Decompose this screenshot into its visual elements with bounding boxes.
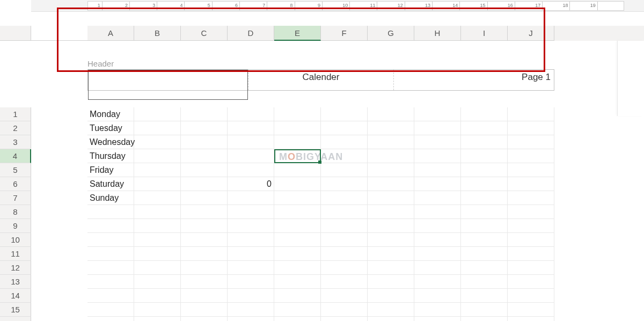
cell-E4[interactable] — [274, 149, 321, 163]
cell-J10[interactable] — [508, 233, 554, 247]
cell-B10[interactable] — [134, 233, 181, 247]
cell-D11[interactable] — [228, 247, 274, 261]
cell-J16[interactable] — [508, 317, 554, 321]
cell-A11[interactable] — [87, 247, 134, 261]
cell-D2[interactable] — [228, 121, 274, 135]
cell-G4[interactable] — [368, 149, 414, 163]
cell-G9[interactable] — [368, 219, 414, 233]
cell-J1[interactable] — [508, 107, 554, 121]
cell-G15[interactable] — [368, 303, 414, 317]
cell-D13[interactable] — [228, 275, 274, 289]
cell-D7[interactable] — [228, 191, 274, 205]
cell-B3[interactable] — [134, 135, 181, 149]
cell-G8[interactable] — [368, 205, 414, 219]
cell-C3[interactable] — [181, 135, 228, 149]
cell-F11[interactable] — [321, 247, 368, 261]
row-header-5[interactable]: 5 — [0, 163, 31, 177]
cell-J12[interactable] — [508, 261, 554, 275]
cell-I8[interactable] — [461, 205, 508, 219]
cell-E1[interactable] — [274, 107, 321, 121]
cell-B1[interactable] — [134, 107, 181, 121]
cell-I13[interactable] — [461, 275, 508, 289]
cell-F14[interactable] — [321, 289, 368, 303]
cell-H4[interactable] — [414, 149, 461, 163]
cell-H1[interactable] — [414, 107, 461, 121]
cell-B5[interactable] — [134, 163, 181, 177]
cell-F3[interactable] — [321, 135, 368, 149]
row-header-14[interactable]: 14 — [0, 289, 31, 303]
cell-I12[interactable] — [461, 261, 508, 275]
cell-E8[interactable] — [274, 205, 321, 219]
cell-G3[interactable] — [368, 135, 414, 149]
cell-A9[interactable] — [87, 219, 134, 233]
cell-J5[interactable] — [508, 163, 554, 177]
cell-I4[interactable] — [461, 149, 508, 163]
cell-A7[interactable]: Sunday — [87, 191, 134, 205]
cell-D8[interactable] — [228, 205, 274, 219]
cell-G5[interactable] — [368, 163, 414, 177]
cell-J11[interactable] — [508, 247, 554, 261]
row-header-12[interactable]: 12 — [0, 261, 31, 275]
cell-E11[interactable] — [274, 247, 321, 261]
cell-D15[interactable] — [228, 303, 274, 317]
cell-J4[interactable] — [508, 149, 554, 163]
cell-A6[interactable]: Saturday — [87, 177, 134, 191]
column-header-H[interactable]: H — [414, 26, 461, 41]
cell-A14[interactable] — [87, 289, 134, 303]
cell-C6[interactable] — [181, 177, 228, 191]
cell-D6[interactable]: 0 — [228, 177, 274, 191]
cell-I15[interactable] — [461, 303, 508, 317]
row-header-15[interactable]: 15 — [0, 303, 31, 317]
column-header-F[interactable]: F — [321, 26, 368, 41]
cell-H13[interactable] — [414, 275, 461, 289]
cell-B6[interactable] — [134, 177, 181, 191]
cell-E5[interactable] — [274, 163, 321, 177]
cell-J14[interactable] — [508, 289, 554, 303]
cell-C1[interactable] — [181, 107, 228, 121]
cell-H12[interactable] — [414, 261, 461, 275]
column-header-A[interactable]: A — [87, 26, 134, 41]
cell-I11[interactable] — [461, 247, 508, 261]
cell-I16[interactable] — [461, 317, 508, 321]
cell-D5[interactable] — [228, 163, 274, 177]
cell-J2[interactable] — [508, 121, 554, 135]
cell-A16[interactable] — [87, 317, 134, 321]
cell-F15[interactable] — [321, 303, 368, 317]
cell-C5[interactable] — [181, 163, 228, 177]
cell-F9[interactable] — [321, 219, 368, 233]
cell-C9[interactable] — [181, 219, 228, 233]
select-all-corner[interactable] — [0, 26, 31, 41]
row-header-2[interactable]: 2 — [0, 121, 31, 135]
cell-A2[interactable]: Tuesday — [87, 121, 134, 135]
cell-J8[interactable] — [508, 205, 554, 219]
cell-F6[interactable] — [321, 177, 368, 191]
cell-D1[interactable] — [228, 107, 274, 121]
cell-H5[interactable] — [414, 163, 461, 177]
cell-C15[interactable] — [181, 303, 228, 317]
cell-C2[interactable] — [181, 121, 228, 135]
cell-H14[interactable] — [414, 289, 461, 303]
row-header-7[interactable]: 7 — [0, 191, 31, 205]
cell-E14[interactable] — [274, 289, 321, 303]
cell-B4[interactable] — [134, 149, 181, 163]
cell-G16[interactable] — [368, 317, 414, 321]
cell-I14[interactable] — [461, 289, 508, 303]
cell-E13[interactable] — [274, 275, 321, 289]
fill-handle[interactable] — [318, 160, 321, 164]
row-header-16[interactable]: 16 — [0, 317, 31, 321]
cell-C7[interactable] — [181, 191, 228, 205]
cell-G12[interactable] — [368, 261, 414, 275]
cell-J15[interactable] — [508, 303, 554, 317]
cell-B15[interactable] — [134, 303, 181, 317]
cell-H3[interactable] — [414, 135, 461, 149]
cell-H10[interactable] — [414, 233, 461, 247]
row-header-3[interactable]: 3 — [0, 135, 31, 149]
cell-B16[interactable] — [134, 317, 181, 321]
cell-B7[interactable] — [134, 191, 181, 205]
cell-D12[interactable] — [228, 261, 274, 275]
cell-A1[interactable]: Monday — [87, 107, 134, 121]
column-header-J[interactable]: J — [508, 26, 554, 41]
cell-F4[interactable] — [321, 149, 368, 163]
cell-A10[interactable] — [87, 233, 134, 247]
cell-I10[interactable] — [461, 233, 508, 247]
